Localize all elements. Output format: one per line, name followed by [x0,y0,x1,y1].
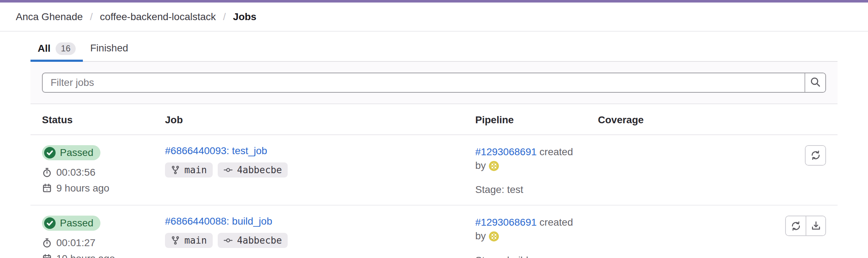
job-status-label: Passed [60,217,93,229]
commit-ref-badge[interactable]: 4abbecbe [218,162,288,178]
git-commit-icon [223,236,233,245]
retry-icon [791,221,801,231]
breadcrumb-project-owner[interactable]: Anca Ghenade [16,11,83,23]
search-button[interactable] [805,73,825,92]
calendar-icon [42,183,52,193]
job-finished-time: 10 hours ago [42,253,165,258]
pipeline-cell: #1293068691 created by [475,145,598,196]
job-actions [805,145,826,166]
column-header-pipeline: Pipeline [475,114,598,126]
download-icon [811,221,821,231]
job-duration-value: 00:01:27 [56,237,95,249]
job-finished-time: 9 hours ago [42,183,165,194]
job-row: Passed 00:01:27 [30,206,838,258]
job-link[interactable]: #6866440093: test_job [165,145,267,156]
column-header-job: Job [165,114,475,126]
breadcrumb: Anca Ghenade / coffee-backend-localstack… [0,3,868,32]
pipeline-link[interactable]: #1293068691 [475,146,537,157]
pipeline-stage: Stage: build [475,255,598,258]
retry-job-button[interactable] [806,146,825,165]
column-header-status: Status [42,114,165,126]
job-actions [785,216,826,236]
check-circle-icon [44,147,56,158]
retry-icon [810,150,821,161]
job-status-label: Passed [60,147,93,158]
branch-name: main [184,165,207,175]
job-cell: #6866440088: build_job main [165,216,475,248]
pipeline-link[interactable]: #1293068691 [475,217,537,228]
pipeline-cell: #1293068691 created by [475,216,598,258]
commit-sha: 4abbecbe [237,235,282,246]
breadcrumb-project[interactable]: coffee-backend-localstack [100,11,216,23]
tab-finished-label: Finished [90,42,128,54]
jobs-tab-bar: All 16 Finished [30,36,838,62]
breadcrumb-separator: / [90,11,93,23]
stopwatch-icon [42,167,52,178]
job-status-badge[interactable]: Passed [42,145,100,160]
commit-sha: 4abbecbe [237,165,282,175]
column-header-coverage: Coverage [598,114,706,126]
git-branch-icon [171,236,180,245]
check-circle-icon [44,217,56,229]
download-artifacts-button[interactable] [806,216,825,235]
tab-all-label: All [38,43,51,54]
git-branch-icon [171,165,180,175]
filter-jobs-input[interactable] [43,73,805,92]
commit-ref-badge[interactable]: 4abbecbe [218,233,288,248]
job-finished-value: 10 hours ago [56,253,115,258]
status-cell: Passed 00:01:27 [42,216,165,258]
job-link[interactable]: #6866440088: build_job [165,216,272,227]
retry-job-button[interactable] [786,216,806,235]
job-cell: #6866440093: test_job main [165,145,475,178]
status-cell: Passed 00:03:56 [42,145,165,194]
branch-ref-badge[interactable]: main [165,233,213,248]
branch-ref-badge[interactable]: main [165,162,213,178]
avatar[interactable] [489,161,499,175]
tab-finished[interactable]: Finished [83,36,135,61]
theme-accent-bar [0,0,868,3]
job-finished-value: 9 hours ago [56,183,109,194]
calendar-icon [42,254,52,258]
tab-all-count-badge: 16 [56,42,76,55]
job-duration: 00:03:56 [42,167,165,178]
search-icon [810,76,821,89]
job-duration: 00:01:27 [42,237,165,249]
tab-all[interactable]: All 16 [30,36,83,62]
jobs-table-header: Status Job Pipeline Coverage [30,104,838,135]
job-duration-value: 00:03:56 [56,167,95,178]
pipeline-stage: Stage: test [475,184,598,195]
breadcrumb-current-page: Jobs [233,11,256,23]
stopwatch-icon [42,238,52,248]
breadcrumb-separator: / [223,11,226,23]
avatar[interactable] [489,231,499,245]
job-status-badge[interactable]: Passed [42,216,100,231]
git-commit-icon [223,165,233,175]
branch-name: main [184,235,207,246]
jobs-filter-panel [30,62,838,104]
job-row: Passed 00:03:56 [30,135,838,206]
